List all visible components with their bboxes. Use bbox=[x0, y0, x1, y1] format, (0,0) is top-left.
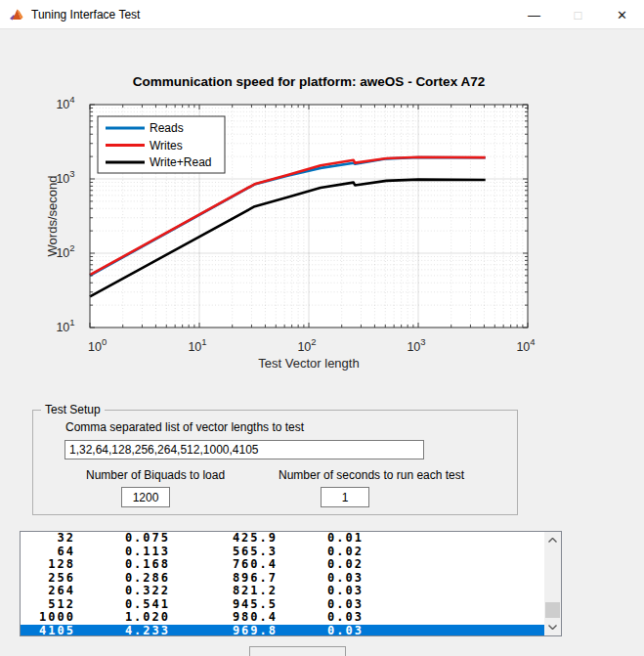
list-cell: 0.322 bbox=[75, 585, 170, 598]
chevron-down-icon bbox=[548, 625, 557, 630]
seconds-input[interactable] bbox=[321, 487, 369, 507]
scrollbar-thumb[interactable] bbox=[545, 602, 560, 618]
title-bar: Tuning Interface Test — □ ✕ bbox=[0, 0, 644, 29]
list-cell: 1.020 bbox=[75, 611, 170, 625]
test-setup-group: Test Setup Comma separated list of vecto… bbox=[32, 410, 518, 515]
list-cell: 256 bbox=[21, 572, 75, 586]
list-cell: 0.01 bbox=[278, 532, 364, 546]
legend-label: Writes bbox=[150, 139, 183, 153]
x-tick-label: 101 bbox=[188, 336, 206, 354]
speed-chart: 100101102103104101102103104Communication… bbox=[0, 59, 644, 409]
y-tick-label: 104 bbox=[56, 94, 74, 111]
list-cell: 0.03 bbox=[278, 625, 364, 636]
list-cell: 980.4 bbox=[170, 611, 278, 625]
results-scrollbar[interactable] bbox=[544, 532, 561, 635]
list-cell: 64 bbox=[21, 546, 75, 559]
vector-lengths-label: Comma separated list of vector lengths t… bbox=[65, 420, 304, 434]
list-cell: 4.233 bbox=[75, 625, 170, 636]
vector-lengths-input[interactable] bbox=[64, 440, 424, 459]
list-cell: 969.8 bbox=[170, 625, 278, 636]
x-tick-label: 100 bbox=[88, 336, 107, 354]
x-tick-label: 104 bbox=[516, 336, 535, 354]
list-cell: 821.2 bbox=[170, 585, 278, 598]
list-cell: 0.286 bbox=[75, 572, 170, 586]
list-cell: 0.02 bbox=[278, 546, 364, 559]
figure-canvas: 100101102103104101102103104Communication… bbox=[0, 29, 644, 656]
list-cell: 760.4 bbox=[170, 558, 278, 572]
seconds-label: Number of seconds to run each test bbox=[279, 468, 464, 482]
matlab-logo-icon bbox=[9, 7, 24, 22]
legend-label: Reads bbox=[150, 121, 184, 135]
y-tick-label: 101 bbox=[56, 317, 74, 334]
list-item[interactable]: 10001.020980.40.03 bbox=[21, 611, 544, 625]
minimize-button[interactable]: — bbox=[512, 0, 556, 29]
list-item[interactable]: 41054.233969.80.03 bbox=[21, 625, 544, 636]
list-item[interactable]: 1280.168760.40.02 bbox=[21, 558, 544, 572]
biquads-input[interactable] bbox=[121, 487, 170, 507]
list-item[interactable]: 2640.322821.20.03 bbox=[21, 585, 544, 598]
list-cell: 0.03 bbox=[278, 611, 364, 625]
window-title: Tuning Interface Test bbox=[31, 8, 140, 22]
list-cell: 128 bbox=[21, 558, 75, 572]
test-setup-group-label: Test Setup bbox=[41, 403, 105, 416]
list-cell: 425.9 bbox=[170, 532, 278, 546]
list-cell: 1000 bbox=[21, 611, 75, 625]
list-cell: 0.113 bbox=[75, 546, 170, 559]
legend-label: Write+Read bbox=[150, 155, 211, 169]
start-test-button[interactable]: Start Test bbox=[249, 646, 346, 656]
list-cell: 32 bbox=[21, 532, 75, 546]
list-cell: 565.3 bbox=[170, 546, 278, 559]
list-item[interactable]: 2560.286896.70.03 bbox=[21, 572, 544, 586]
maximize-button: □ bbox=[556, 0, 600, 29]
results-rows: 320.075425.90.01640.113565.30.021280.168… bbox=[21, 532, 544, 635]
list-cell: 512 bbox=[21, 598, 75, 612]
chevron-up-icon bbox=[548, 538, 557, 543]
chart-title: Communication speed for platform: aweOS … bbox=[133, 74, 485, 89]
list-item[interactable]: 320.075425.90.01 bbox=[21, 532, 544, 546]
list-cell: 0.03 bbox=[278, 585, 364, 598]
list-cell: 896.7 bbox=[170, 572, 278, 586]
list-cell: 0.541 bbox=[75, 598, 170, 612]
list-cell: 264 bbox=[21, 585, 75, 598]
list-cell: 945.5 bbox=[170, 598, 278, 612]
results-listbox[interactable]: 320.075425.90.01640.113565.30.021280.168… bbox=[20, 531, 562, 636]
list-cell: 4105 bbox=[21, 625, 75, 636]
list-cell: 0.075 bbox=[75, 532, 170, 546]
x-tick-label: 103 bbox=[407, 336, 425, 354]
list-cell: 0.02 bbox=[278, 558, 364, 572]
list-item[interactable]: 640.113565.30.02 bbox=[21, 546, 544, 559]
x-axis-label: Test Vector length bbox=[258, 356, 359, 371]
y-axis-label: Words/second bbox=[45, 176, 60, 257]
scroll-down-button[interactable] bbox=[544, 619, 561, 635]
list-cell: 0.03 bbox=[278, 598, 364, 612]
list-cell: 0.168 bbox=[75, 558, 170, 572]
x-tick-label: 102 bbox=[297, 336, 316, 354]
list-cell: 0.03 bbox=[278, 572, 364, 586]
biquads-label: Number of Biquads to load bbox=[86, 468, 225, 482]
list-item[interactable]: 5120.541945.50.03 bbox=[21, 598, 544, 612]
scroll-up-button[interactable] bbox=[544, 532, 561, 548]
close-button[interactable]: ✕ bbox=[600, 0, 644, 29]
